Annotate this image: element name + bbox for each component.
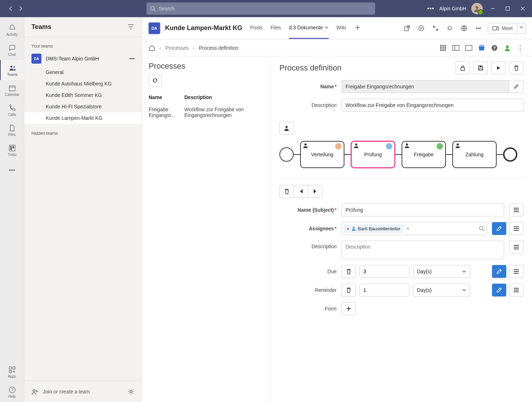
meet-button[interactable]: Meet [488,23,517,34]
edit-reminder-button[interactable] [492,284,506,296]
subject-menu-button[interactable] [509,204,523,216]
col-name: Name [149,94,184,100]
rail-chat[interactable]: Chat [0,40,24,60]
globe-icon[interactable] [459,23,469,33]
channel-lampen[interactable]: Kunde Lampen-Markt KG [24,112,142,124]
rail-calendar[interactable]: Calendar [0,80,24,100]
step-delete-button[interactable] [279,185,294,198]
search-assignees-icon[interactable] [479,226,484,231]
svg-point-45 [479,226,483,230]
due-clear-button[interactable] [342,265,356,278]
tab-add[interactable] [354,17,360,39]
more-v-icon[interactable]: ⋮ [515,43,526,53]
svg-rect-2 [506,7,509,10]
chevron-down-icon [462,288,466,292]
rail-help[interactable]: ?Help [0,382,24,402]
join-team-button[interactable]: Join or create a team [31,388,90,395]
reminder-menu-button[interactable] [509,284,523,296]
rail-trello[interactable]: Trello [0,140,24,160]
single-view-icon[interactable] [463,43,474,53]
flow-diagram: Verteilung Prüfung [279,141,523,168]
reminder-unit-select[interactable]: Day(s) [413,284,470,296]
gift-icon[interactable] [476,43,487,53]
edit-assignees-button[interactable] [492,222,506,235]
breadcrumb-back[interactable]: ‹ [159,45,161,51]
reminder-value-input[interactable] [359,284,409,296]
home-icon[interactable] [149,45,155,51]
settings-icon[interactable] [128,388,135,395]
close-icon[interactable] [518,4,528,14]
search-input[interactable] [159,6,372,11]
reminder-clear-button[interactable] [342,284,356,296]
reload-icon[interactable] [445,23,455,33]
hidden-teams-label[interactable]: Hidden teams [24,129,142,138]
user-icon[interactable] [502,43,513,53]
flow-node-zahlung[interactable]: Zahlung [452,141,497,168]
tab-wiki[interactable]: Wiki [337,17,346,39]
rail-teams[interactable]: Teams [0,60,24,80]
due-menu-button[interactable] [509,265,523,278]
avatar[interactable] [471,3,483,14]
svg-rect-28 [444,49,446,51]
meet-caret[interactable] [517,23,526,34]
channel-autohaus[interactable]: Kunde Autohaus Mielberg KG [24,78,142,89]
assign-default-button[interactable] [279,122,294,134]
refresh-button[interactable] [149,74,161,87]
grid-icon[interactable] [438,43,448,53]
due-value-input[interactable] [359,265,409,278]
due-unit-select[interactable]: Day(s) [413,265,470,278]
clear-assignees[interactable]: × [405,226,411,231]
flow-end[interactable] [503,147,517,162]
split-view-icon[interactable] [451,43,461,53]
rail-apps[interactable]: Apps [0,362,24,382]
rail-calls[interactable]: Calls [0,100,24,120]
maximize-icon[interactable] [503,4,513,14]
channel-general[interactable]: General [24,67,142,78]
search-box[interactable] [146,3,375,15]
rail-files[interactable]: Files [0,120,24,140]
step-next-button[interactable] [308,185,322,198]
add-form-button[interactable] [342,302,356,315]
assignees-input[interactable]: × Bartl Baustellenleiter × [342,222,487,235]
edit-due-button[interactable] [492,265,506,278]
step-desc-input[interactable] [342,241,504,259]
process-row[interactable]: Freigabe Eingangsr... Workflow zur Freig… [149,103,264,122]
lock-button[interactable] [456,62,470,74]
tab-posts[interactable]: Posts [250,17,263,39]
step-prev-button[interactable] [294,185,308,198]
tab-d3[interactable]: d.3 Dokumente [289,17,329,39]
flow-node-verteilung[interactable]: Verteilung [300,141,344,168]
rail-more[interactable]: ••• [0,160,24,180]
channel-hifi[interactable]: Kunde HI-FI Spezialstore [24,101,142,112]
edit-name-button[interactable] [509,80,523,93]
save-button[interactable] [473,62,488,74]
more-icon[interactable]: ••• [427,5,434,12]
flow-node-pruefung[interactable]: Prüfung [351,141,395,168]
name-input[interactable] [342,80,509,93]
tab-files[interactable]: Files [270,17,281,39]
desc-menu-button[interactable] [509,241,523,254]
filter-icon[interactable] [128,24,135,31]
run-button[interactable] [491,62,506,74]
channel-edith[interactable]: Kunde Edith Sommer KG [24,89,142,101]
team-row[interactable]: DA DMS-Team Alpin GmbH ••• [24,51,142,67]
help-icon[interactable]: ? [489,43,500,53]
team-more-icon[interactable]: ••• [129,56,135,62]
popout-icon[interactable] [402,23,412,33]
assignees-menu-button[interactable] [509,222,523,235]
rail-activity[interactable]: Activity [0,20,24,40]
flow-node-freigabe[interactable]: Freigabe [402,141,446,168]
svg-point-1 [476,6,478,9]
more-h-icon[interactable]: ••• [473,23,483,33]
expand-icon[interactable] [431,23,441,33]
nav-forward-icon[interactable] [16,4,25,13]
subject-input[interactable] [342,204,504,216]
breadcrumb-processes[interactable]: Processes [165,45,189,51]
chip-remove[interactable]: × [347,226,349,231]
tab-chat-icon[interactable] [416,23,426,33]
flow-start[interactable] [279,147,294,162]
nav-back-icon[interactable] [6,4,15,13]
desc-input[interactable] [342,99,523,112]
minimize-icon[interactable] [488,4,498,14]
delete-button[interactable] [509,62,523,74]
